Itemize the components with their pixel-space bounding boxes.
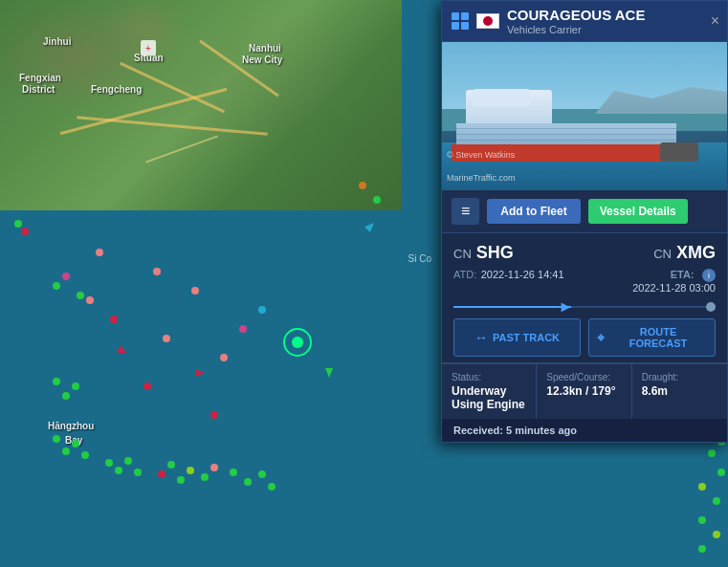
vessel-marker[interactable]: [717, 469, 725, 476]
vessel-marker[interactable]: [177, 476, 185, 484]
grid-icon[interactable]: [452, 12, 469, 30]
dest-port-code: XMG: [676, 243, 716, 262]
vessel-marker[interactable]: [86, 296, 94, 304]
vessel-arrow[interactable]: [325, 368, 333, 378]
close-button[interactable]: ×: [711, 13, 719, 29]
vessel-marker[interactable]: [62, 447, 70, 455]
vessel-marker[interactable]: [187, 467, 194, 474]
vessel-marker[interactable]: [72, 382, 79, 390]
vessel-marker[interactable]: [708, 449, 716, 457]
deck-line-3: [456, 128, 676, 129]
tugboat: [660, 142, 698, 162]
vessel-marker[interactable]: [268, 483, 276, 491]
speed-label: Speed/Course:: [546, 372, 621, 382]
map-region-label: Si Co: [408, 253, 431, 264]
vessel-marker[interactable]: [698, 516, 706, 524]
origin-country-code: CN: [453, 247, 472, 261]
vessel-marker[interactable]: [143, 382, 151, 390]
vessel-title-block: COURAGEOUS ACE Vehicles Carrier: [507, 7, 645, 35]
received-value: 5 minutes ago: [506, 425, 577, 436]
route-progress: ►: [453, 301, 716, 313]
vessel-marker[interactable]: [359, 182, 366, 189]
route-forecast-icon: ⌖: [597, 330, 605, 346]
vessel-marker[interactable]: [167, 461, 175, 469]
deck-line-1: [456, 140, 676, 141]
vessel-marker[interactable]: [105, 459, 113, 467]
vessel-marker[interactable]: [81, 451, 89, 459]
route-ports: CN SHG ATD: 2022-11-26 14:41 CN XMG ETA:…: [453, 243, 716, 294]
vessel-marker[interactable]: [115, 467, 122, 474]
vessel-marker[interactable]: [713, 531, 720, 538]
vessel-marker[interactable]: [220, 354, 228, 361]
vessel-marker[interactable]: [163, 335, 170, 342]
vessel-marker[interactable]: [134, 469, 142, 476]
vessel-marker[interactable]: [258, 470, 266, 478]
eta-info-icon[interactable]: i: [702, 269, 716, 282]
panel-header: COURAGEOUS ACE Vehicles Carrier ×: [442, 1, 727, 42]
vessel-marker[interactable]: [62, 392, 70, 400]
vessel-marker[interactable]: [244, 478, 252, 486]
vessel-name: COURAGEOUS ACE: [507, 7, 645, 24]
vessel-arrow[interactable]: [195, 369, 205, 377]
vessel-marker[interactable]: [62, 273, 70, 280]
vessel-marker[interactable]: [230, 469, 237, 476]
city-hangzhou: Hāngzhou: [48, 421, 94, 431]
vessel-marker[interactable]: [698, 545, 706, 553]
vessel-marker[interactable]: [77, 292, 84, 299]
draught-value: 8.6m: [642, 384, 717, 398]
image-source: MarineTraffic.com: [447, 173, 516, 183]
vessel-marker[interactable]: [201, 473, 209, 481]
deck-line-2: [456, 134, 676, 135]
origin-port-display: CN SHG: [453, 243, 564, 263]
vessel-marker[interactable]: [53, 282, 60, 290]
add-to-fleet-button[interactable]: Add to Fleet: [487, 199, 580, 224]
speed-cell: Speed/Course: 12.3kn / 179°: [537, 364, 631, 419]
vessel-marker[interactable]: [210, 464, 218, 471]
vessel-marker[interactable]: [96, 249, 103, 256]
speed-value: 12.3kn / 179°: [546, 384, 621, 398]
draught-cell: Draught: 8.6m: [632, 364, 727, 419]
menu-button[interactable]: ≡: [452, 198, 479, 225]
vessel-marker[interactable]: [53, 378, 60, 385]
selected-vessel[interactable]: [283, 328, 312, 357]
dest-port-display: CN XMG: [632, 243, 716, 263]
past-track-button[interactable]: ↔ PAST TRACK: [453, 318, 581, 357]
origin-detail: ATD: 2022-11-26 14:41: [453, 265, 564, 282]
image-credit: © Steven Watkins: [447, 150, 515, 160]
vessel-marker[interactable]: [14, 220, 22, 228]
atd-label: ATD:: [453, 269, 476, 280]
vessel-marker[interactable]: [158, 470, 165, 478]
vessel-marker[interactable]: [153, 268, 161, 275]
vessel-marker[interactable]: [210, 411, 218, 419]
vessel-marker[interactable]: [373, 196, 381, 204]
past-track-label: PAST TRACK: [493, 332, 560, 343]
progress-end-dot: [706, 302, 716, 312]
received-label: Received:: [453, 425, 503, 436]
vessel-panel: COURAGEOUS ACE Vehicles Carrier ×: [441, 0, 728, 443]
vessel-marker[interactable]: [21, 228, 29, 235]
vessel-marker[interactable]: [110, 316, 118, 323]
vessel-marker[interactable]: [53, 435, 60, 443]
atd-value: 2022-11-26 14:41: [481, 269, 564, 280]
vessel-marker[interactable]: [258, 306, 266, 314]
past-track-icon: ↔: [474, 330, 488, 345]
dest-detail: ETA: i 2022-11-28 03:00: [632, 265, 716, 294]
vessel-marker[interactable]: [713, 497, 720, 505]
status-section: Status: Underway Using Engine Speed/Cour…: [442, 363, 727, 419]
vessel-marker[interactable]: [698, 483, 706, 491]
status-cell: Status: Underway Using Engine: [442, 364, 537, 419]
vessel-details-button[interactable]: Vessel Details: [588, 199, 688, 224]
received-bar: Received: 5 minutes ago: [442, 419, 727, 442]
track-buttons: ↔ PAST TRACK ⌖ ROUTE FORECAST: [453, 318, 716, 357]
map-land: [0, 0, 402, 210]
ship-bridge: [473, 89, 530, 106]
vessel-marker[interactable]: [239, 325, 247, 333]
vessel-arrow[interactable]: [117, 346, 129, 358]
vessel-marker[interactable]: [72, 440, 79, 447]
vessel-marker[interactable]: [124, 457, 132, 465]
origin-port-code: SHG: [476, 243, 514, 262]
vessel-arrow[interactable]: [364, 220, 377, 232]
hospital-icon: +: [141, 40, 156, 55]
vessel-marker[interactable]: [191, 287, 199, 294]
route-forecast-button[interactable]: ⌖ ROUTE FORECAST: [588, 318, 716, 357]
